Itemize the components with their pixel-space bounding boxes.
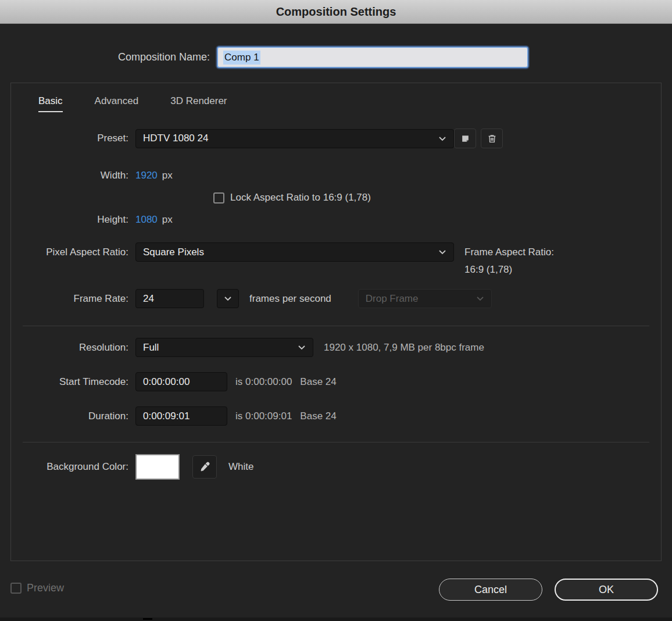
pixel-aspect-label: Pixel Aspect Ratio:	[23, 242, 128, 262]
chevron-down-icon	[438, 136, 446, 141]
start-timecode-info: is 0:00:00:00Base 24	[235, 376, 337, 388]
frame-rate-label: Frame Rate:	[23, 293, 128, 305]
lock-aspect-row: Lock Aspect Ratio to 16:9 (1,78)	[213, 189, 649, 206]
window-bottom-edge	[0, 618, 672, 621]
resolution-label: Resolution:	[23, 342, 128, 354]
resolution-row: Resolution: Full 1920 x 1080, 7,9 MB per…	[23, 338, 649, 357]
delete-preset-button[interactable]	[481, 129, 503, 148]
window-bottom-edge-mark	[143, 618, 152, 620]
start-timecode-is: is 0:00:00:00	[235, 376, 292, 387]
duration-input[interactable]: 0:00:09:01	[135, 406, 227, 426]
frame-aspect-value: 16:9 (1,78)	[464, 261, 554, 279]
drop-frame-dropdown: Drop Frame	[358, 289, 492, 308]
chevron-down-icon	[224, 296, 232, 301]
height-value[interactable]: 1080	[135, 214, 158, 226]
frame-rate-input[interactable]: 24	[135, 289, 204, 308]
section-divider	[23, 442, 649, 442]
chevron-down-icon	[298, 345, 306, 350]
width-label: Width:	[23, 170, 128, 181]
eyedropper-icon	[199, 461, 210, 473]
cancel-button[interactable]: Cancel	[439, 579, 542, 601]
dialog-titlebar: Composition Settings	[0, 0, 672, 24]
frames-per-second-label: frames per second	[249, 293, 331, 305]
frame-rate-dropdown-button[interactable]	[217, 289, 239, 308]
settings-panel: Basic Advanced 3D Renderer Preset: HDTV …	[10, 83, 662, 561]
preview-label: Preview	[27, 582, 64, 594]
tab-3d-renderer[interactable]: 3D Renderer	[170, 95, 227, 112]
start-timecode-base: Base 24	[300, 376, 336, 387]
composition-name-row: Composition Name: Comp 1	[0, 47, 672, 68]
eyedropper-button[interactable]	[192, 455, 217, 479]
preset-dropdown[interactable]: HDTV 1080 24	[135, 129, 454, 148]
preview-toggle[interactable]: Preview	[10, 582, 64, 594]
tab-advanced[interactable]: Advanced	[95, 95, 139, 112]
duration-is: is 0:00:09:01	[235, 411, 292, 422]
pixel-aspect-value: Square Pixels	[143, 247, 204, 258]
chevron-down-icon	[476, 296, 484, 301]
lock-aspect-checkbox[interactable]	[213, 192, 224, 204]
trash-icon	[487, 134, 497, 144]
chevron-down-icon	[438, 249, 446, 255]
preset-value: HDTV 1080 24	[143, 133, 208, 144]
frame-aspect-label: Frame Aspect Ratio:	[464, 244, 554, 261]
tab-bar: Basic Advanced 3D Renderer	[23, 83, 649, 112]
frame-aspect-info: Frame Aspect Ratio: 16:9 (1,78)	[464, 242, 554, 279]
width-value[interactable]: 1920	[135, 170, 158, 181]
start-timecode-label: Start Timecode:	[23, 376, 128, 388]
width-unit: px	[162, 170, 173, 181]
duration-label: Duration:	[23, 411, 128, 422]
resolution-value: Full	[143, 342, 159, 354]
resolution-dropdown[interactable]: Full	[135, 338, 313, 357]
duration-base: Base 24	[300, 411, 336, 422]
height-row: Height: 1080 px	[23, 211, 649, 229]
start-timecode-value: 0:00:00:00	[143, 376, 190, 388]
ok-button[interactable]: OK	[555, 579, 658, 601]
section-divider	[23, 326, 649, 326]
height-label: Height:	[23, 214, 128, 226]
preview-checkbox[interactable]	[10, 583, 22, 594]
save-preset-icon	[460, 134, 470, 144]
tab-basic[interactable]: Basic	[38, 95, 63, 112]
save-preset-button[interactable]	[454, 129, 476, 148]
duration-value: 0:00:09:01	[143, 411, 190, 422]
background-color-label: Background Color:	[23, 461, 128, 473]
start-timecode-input[interactable]: 0:00:00:00	[135, 372, 227, 391]
composition-name-input[interactable]: Comp 1	[217, 47, 528, 68]
width-row: Width: 1920 px	[23, 167, 649, 184]
pixel-aspect-dropdown[interactable]: Square Pixels	[135, 242, 454, 262]
duration-row: Duration: 0:00:09:01 is 0:00:09:01Base 2…	[23, 406, 649, 426]
frame-rate-value: 24	[143, 293, 154, 305]
dialog-title: Composition Settings	[276, 5, 396, 19]
pixel-aspect-row: Pixel Aspect Ratio: Square Pixels Frame …	[23, 242, 649, 279]
composition-name-value: Comp 1	[223, 51, 260, 65]
preset-row: Preset: HDTV 1080 24	[23, 129, 649, 148]
height-unit: px	[162, 214, 173, 226]
background-color-row: Background Color: White	[23, 454, 649, 480]
drop-frame-value: Drop Frame	[366, 293, 419, 305]
preset-label: Preset:	[23, 133, 128, 144]
lock-aspect-label: Lock Aspect Ratio to 16:9 (1,78)	[230, 192, 371, 204]
background-color-swatch[interactable]	[135, 454, 180, 480]
duration-info: is 0:00:09:01Base 24	[235, 411, 337, 422]
composition-name-label: Composition Name:	[118, 51, 210, 63]
start-timecode-row: Start Timecode: 0:00:00:00 is 0:00:00:00…	[23, 372, 649, 391]
background-color-name: White	[228, 461, 253, 473]
frame-rate-row: Frame Rate: 24 frames per second Drop Fr…	[23, 289, 649, 308]
resolution-info: 1920 x 1080, 7,9 MB per 8bpc frame	[324, 342, 484, 354]
